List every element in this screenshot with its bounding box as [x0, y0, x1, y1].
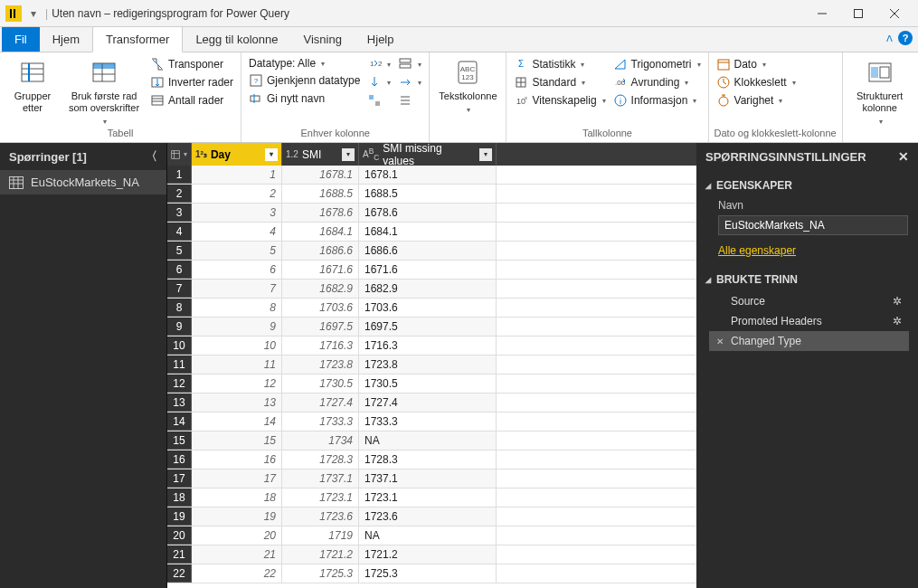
cell-smi[interactable]: 1734 — [282, 432, 359, 450]
cell-smi-missing[interactable]: 1723.1 — [359, 488, 497, 507]
cell-smi-missing[interactable]: 1727.4 — [359, 394, 497, 412]
column-header-smi-missing[interactable]: ABC SMI missing values ▾ — [359, 143, 497, 166]
minimize-button[interactable] — [804, 1, 840, 26]
row-number[interactable]: 11 — [167, 356, 192, 374]
cell-smi-missing[interactable]: 1697.5 — [359, 318, 497, 336]
applied-step[interactable]: Changed Type — [709, 331, 909, 351]
table-row[interactable]: 10101716.31716.3 — [167, 337, 696, 356]
tab-fil[interactable]: Fil — [2, 27, 40, 52]
tekstkolonne-button[interactable]: ABC123 Tekstkolonne — [435, 54, 500, 115]
cell-smi-missing[interactable]: 1671.6 — [359, 261, 497, 279]
row-number[interactable]: 18 — [167, 488, 192, 507]
tab-hjem[interactable]: Hjem — [40, 27, 92, 52]
table-row[interactable]: 22221725.31725.3 — [167, 564, 696, 583]
help-icon[interactable]: ? — [898, 31, 913, 45]
row-number[interactable]: 4 — [167, 223, 192, 241]
row-number[interactable]: 12 — [167, 375, 192, 393]
cell-smi[interactable]: 1688.5 — [282, 185, 359, 203]
cell-smi[interactable]: 1727.4 — [282, 394, 359, 412]
row-number[interactable]: 21 — [167, 545, 192, 564]
gear-icon[interactable]: ✲ — [893, 295, 902, 308]
cell-smi-missing[interactable]: NA — [359, 526, 497, 545]
transponer-button[interactable]: Transponer — [148, 56, 235, 72]
row-number[interactable]: 14 — [167, 413, 192, 431]
cell-smi-missing[interactable]: 1725.3 — [359, 564, 497, 583]
standard-button[interactable]: Standard — [512, 74, 607, 90]
tab-transformer[interactable]: Transformer — [92, 26, 183, 52]
cell-smi-missing[interactable]: 1688.5 — [359, 185, 497, 203]
table-row[interactable]: 16161728.31728.3 — [167, 450, 696, 469]
table-row[interactable]: 12121730.51730.5 — [167, 375, 696, 394]
grid-body[interactable]: 111678.11678.1221688.51688.5331678.61678… — [167, 166, 696, 588]
cell-day[interactable]: 21 — [192, 545, 282, 564]
cell-smi-missing[interactable]: 1682.9 — [359, 280, 497, 298]
cell-smi-missing[interactable]: 1703.6 — [359, 299, 497, 317]
cell-day[interactable]: 9 — [192, 318, 282, 336]
avrunding-button[interactable]: .00 Avrunding — [611, 74, 703, 90]
cell-smi-missing[interactable]: NA — [359, 432, 497, 450]
statistikk-button[interactable]: Σ Statistikk — [512, 56, 607, 72]
cell-day[interactable]: 14 — [192, 413, 282, 431]
applied-step[interactable]: Promoted Headers✲ — [709, 311, 909, 331]
cell-smi-missing[interactable]: 1721.2 — [359, 545, 497, 564]
cell-smi[interactable]: 1686.6 — [282, 242, 359, 260]
row-number[interactable]: 22 — [167, 564, 192, 583]
queries-collapse-icon[interactable]: 〈 — [146, 148, 157, 165]
cell-day[interactable]: 19 — [192, 507, 282, 526]
section-egenskaper[interactable]: EGENSKAPER — [705, 174, 909, 197]
cell-day[interactable]: 17 — [192, 469, 282, 488]
row-number[interactable]: 2 — [167, 185, 192, 203]
cell-day[interactable]: 4 — [192, 223, 282, 241]
fill-button[interactable] — [365, 74, 393, 90]
query-name-input[interactable] — [718, 215, 908, 235]
row-number[interactable]: 8 — [167, 299, 192, 317]
table-row[interactable]: 331678.61678.6 — [167, 204, 696, 223]
cell-day[interactable]: 3 — [192, 204, 282, 222]
klokkeslett-button[interactable]: Klokkeslett — [715, 74, 798, 90]
grupper-etter-button[interactable]: Grupper etter — [5, 54, 60, 114]
cell-smi[interactable]: 1684.1 — [282, 223, 359, 241]
table-row[interactable]: 18181723.11723.1 — [167, 488, 696, 507]
cell-smi[interactable]: 1703.6 — [282, 299, 359, 317]
row-number[interactable]: 20 — [167, 526, 192, 545]
table-row[interactable]: 17171737.11737.1 — [167, 469, 696, 488]
cell-smi[interactable]: 1723.1 — [282, 488, 359, 507]
settings-close-icon[interactable]: ✕ — [898, 149, 909, 164]
cell-day[interactable]: 12 — [192, 375, 282, 393]
bruk-forste-rad-button[interactable]: Bruk første rad som overskrifter — [63, 54, 145, 127]
varighet-button[interactable]: Varighet — [715, 92, 798, 109]
table-row[interactable]: 661671.61671.6 — [167, 261, 696, 280]
informasjon-button[interactable]: i Informasjon — [611, 92, 703, 109]
grid-corner[interactable]: ▾ — [167, 143, 192, 166]
convert-list-button[interactable] — [396, 92, 423, 109]
table-row[interactable]: 21211721.21721.2 — [167, 545, 696, 564]
group-label-enhver[interactable]: Enhver kolonne — [247, 128, 423, 140]
cell-smi[interactable]: 1723.6 — [282, 507, 359, 526]
table-row[interactable]: 14141733.31733.3 — [167, 413, 696, 432]
row-number[interactable]: 6 — [167, 261, 192, 279]
column-header-day[interactable]: 1²₃ Day ▾ — [192, 143, 282, 166]
row-number[interactable]: 16 — [167, 450, 192, 469]
cell-smi[interactable]: 1682.9 — [282, 280, 359, 298]
cell-day[interactable]: 8 — [192, 299, 282, 317]
cell-day[interactable]: 13 — [192, 394, 282, 412]
table-row[interactable]: 551686.61686.6 — [167, 242, 696, 261]
cell-smi-missing[interactable]: 1684.1 — [359, 223, 497, 241]
row-number[interactable]: 5 — [167, 242, 192, 260]
trigonometri-button[interactable]: Trigonometri — [611, 56, 703, 72]
maximize-button[interactable] — [840, 1, 876, 26]
dato-button[interactable]: Dato — [715, 56, 798, 72]
query-item[interactable]: EuStockMarkets_NA — [0, 170, 166, 194]
table-row[interactable]: 441684.11684.1 — [167, 223, 696, 242]
tab-hjelp[interactable]: Hjelp — [355, 27, 407, 52]
column-filter-smv[interactable]: ▾ — [479, 148, 492, 161]
cell-smi[interactable]: 1697.5 — [282, 318, 359, 336]
table-row[interactable]: 11111723.81723.8 — [167, 356, 696, 375]
cell-day[interactable]: 10 — [192, 337, 282, 355]
gear-icon[interactable]: ✲ — [893, 315, 902, 327]
cell-smi[interactable]: 1730.5 — [282, 375, 359, 393]
applied-step[interactable]: Source✲ — [709, 291, 909, 311]
cell-day[interactable]: 11 — [192, 356, 282, 374]
row-number[interactable]: 10 — [167, 337, 192, 355]
cell-smi-missing[interactable]: 1723.8 — [359, 356, 497, 374]
